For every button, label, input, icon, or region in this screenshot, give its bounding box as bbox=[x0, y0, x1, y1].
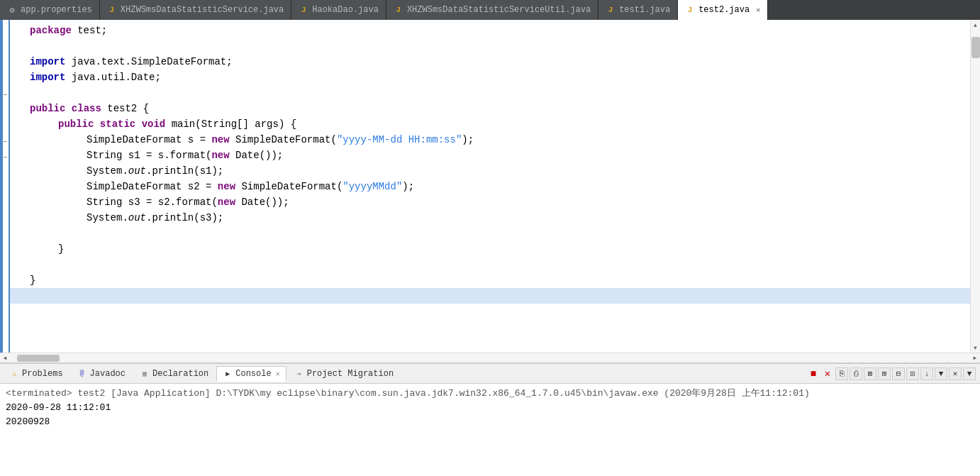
bottom-panel: ⚠ Problems @ Javadoc ▦ Declaration ▶ Con… bbox=[0, 362, 980, 476]
toolbar-dropdown-btn[interactable]: ▼ bbox=[935, 367, 947, 380]
toolbar-btn6[interactable]: ⊟ bbox=[892, 367, 905, 380]
java-icon: J bbox=[685, 5, 695, 15]
tab-label: test2.java bbox=[698, 5, 750, 15]
code-line-highlighted bbox=[10, 288, 970, 304]
output-text-1: 2020-09-28 11:12:01 bbox=[6, 402, 111, 413]
tab-label: Project Migration bbox=[307, 369, 394, 379]
tab-xhzw-service[interactable]: J XHZWSmsDataStatisticService.java bbox=[100, 0, 291, 20]
tab-label: Declaration bbox=[152, 369, 208, 379]
scroll-track[interactable] bbox=[971, 30, 980, 343]
code-line: import java.util.Date; bbox=[10, 70, 970, 85]
tab-xhzw-util[interactable]: J XHZWSmsDataStatisticServiceUtil.java bbox=[386, 0, 598, 20]
tab-javadoc[interactable]: @ Javadoc bbox=[71, 366, 132, 382]
toolbar-btn5[interactable]: ⊞ bbox=[878, 367, 891, 380]
code-line: String s1 = s.format(new Date()); bbox=[10, 148, 970, 163]
toolbar-paste-btn[interactable]: ⎙ bbox=[850, 367, 862, 380]
console-output-line2: 20200928 bbox=[6, 415, 974, 429]
code-line: } bbox=[10, 241, 970, 257]
warning-icon: ⚠ bbox=[9, 369, 19, 379]
tab-label: HaokaDao.java bbox=[312, 5, 379, 15]
line-indicator bbox=[0, 20, 3, 353]
toolbar-close-btn[interactable]: ✕ bbox=[949, 367, 962, 380]
tab-project-migration[interactable]: ⇒ Project Migration bbox=[288, 366, 400, 382]
output-text-2: 20200928 bbox=[6, 416, 50, 427]
java-icon: J bbox=[299, 5, 308, 15]
tab-label: XHZWSmsDataStatisticServiceUtil.java bbox=[407, 5, 591, 15]
tab-app-properties[interactable]: ⚙ app.properties bbox=[0, 0, 100, 20]
scroll-up-arrow[interactable]: ▲ bbox=[971, 20, 981, 30]
toolbar-dropdown2-btn[interactable]: ▼ bbox=[963, 367, 976, 380]
code-line bbox=[10, 304, 970, 353]
gear-icon: ⚙ bbox=[7, 5, 17, 15]
tab-bar: ⚙ app.properties J XHZWSmsDataStatisticS… bbox=[0, 0, 980, 20]
code-line bbox=[10, 226, 970, 241]
toolbar-btn8[interactable]: ↓ bbox=[920, 367, 933, 380]
code-editor[interactable]: package test; import java.text.SimpleDat… bbox=[10, 20, 970, 353]
code-line bbox=[10, 85, 970, 101]
scroll-left-arrow[interactable]: ◀ bbox=[0, 353, 10, 363]
right-scrollbar: ▲ ▼ bbox=[970, 20, 980, 353]
toolbar-clear-btn[interactable]: ⊠ bbox=[864, 367, 876, 380]
tab-problems[interactable]: ⚠ Problems bbox=[3, 366, 69, 382]
tab-declaration[interactable]: ▦ Declaration bbox=[133, 366, 215, 382]
code-line bbox=[10, 257, 970, 272]
code-line: System.out.println(s3); bbox=[10, 210, 970, 226]
toolbar-btn7[interactable]: ⊡ bbox=[906, 367, 919, 380]
java-icon: J bbox=[107, 5, 117, 15]
tab-label: XHZWSmsDataStatisticService.java bbox=[121, 5, 284, 15]
code-line: import java.text.SimpleDateFormat; bbox=[10, 54, 970, 70]
console-output: <terminated> test2 [Java Application] D:… bbox=[0, 384, 980, 476]
left-gutter: − − − bbox=[0, 20, 10, 353]
migration-icon: ⇒ bbox=[294, 369, 304, 379]
console-terminated-line: <terminated> test2 [Java Application] D:… bbox=[6, 387, 974, 401]
code-line: package test; bbox=[10, 23, 970, 38]
tab-label: app.properties bbox=[21, 5, 92, 15]
declaration-icon: ▦ bbox=[140, 369, 150, 379]
terminated-text: <terminated> test2 [Java Application] D:… bbox=[6, 388, 810, 399]
java-icon: J bbox=[606, 5, 616, 15]
scroll-right-arrow[interactable]: ▶ bbox=[970, 353, 980, 363]
close-tab-icon[interactable]: ✕ bbox=[756, 6, 760, 14]
code-line bbox=[10, 38, 970, 54]
tab-label: test1.java bbox=[619, 5, 670, 15]
code-line: public static void main(String[] args) { bbox=[10, 116, 970, 132]
scroll-down-arrow[interactable]: ▼ bbox=[971, 343, 981, 353]
toolbar-stop-btn[interactable]: ■ bbox=[807, 367, 820, 380]
tab-test1[interactable]: J test1.java bbox=[598, 0, 678, 20]
code-line: SimpleDateFormat s2 = new SimpleDateForm… bbox=[10, 179, 970, 194]
close-console-tab-icon[interactable]: ✕ bbox=[276, 370, 280, 378]
tab-console[interactable]: ▶ Console ✕ bbox=[216, 366, 286, 382]
code-line: public class test2 { bbox=[10, 101, 970, 116]
tab-label: Problems bbox=[22, 369, 63, 379]
hscroll-thumb[interactable] bbox=[17, 355, 60, 362]
bottom-tabs: ⚠ Problems @ Javadoc ▦ Declaration ▶ Con… bbox=[0, 366, 403, 382]
at-icon: @ bbox=[77, 369, 87, 379]
tab-test2[interactable]: J test2.java ✕ bbox=[678, 0, 768, 20]
horizontal-scrollbar: ◀ ▶ bbox=[0, 353, 980, 362]
code-line: System.out.println(s1); bbox=[10, 163, 970, 179]
toolbar-copy-btn[interactable]: ⎘ bbox=[835, 367, 848, 380]
toolbar-stop2-btn[interactable]: ✕ bbox=[821, 367, 834, 380]
java-icon: J bbox=[394, 5, 403, 15]
console-output-line1: 2020-09-28 11:12:01 bbox=[6, 401, 974, 415]
tab-label: Console bbox=[235, 369, 271, 379]
tab-label: Javadoc bbox=[90, 369, 126, 379]
code-line: String s3 = s2.format(new Date()); bbox=[10, 194, 970, 210]
bottom-tab-bar-wrapper: ⚠ Problems @ Javadoc ▦ Declaration ▶ Con… bbox=[0, 364, 980, 384]
tab-haoka-dao[interactable]: J HaokaDao.java bbox=[291, 0, 386, 20]
hscroll-track[interactable] bbox=[10, 353, 970, 362]
code-line: SimpleDateFormat s = new SimpleDateForma… bbox=[10, 132, 970, 148]
code-line: } bbox=[10, 272, 970, 288]
scroll-thumb[interactable] bbox=[971, 37, 980, 58]
console-icon: ▶ bbox=[223, 369, 233, 379]
bottom-toolbar: ■ ✕ ⎘ ⎙ ⊠ ⊞ ⊟ ⊡ ↓ ▼ ✕ ▼ bbox=[804, 367, 980, 380]
editor-area: − − − package test; import java.text.Sim… bbox=[0, 20, 980, 353]
